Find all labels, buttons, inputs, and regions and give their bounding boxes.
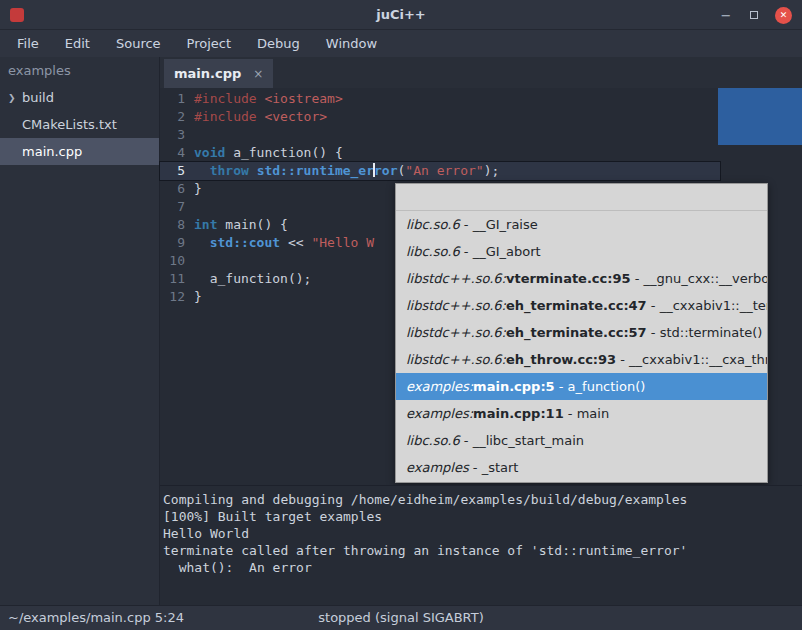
tree-item-label: main.cpp: [22, 144, 82, 159]
tree-item-main.cpp[interactable]: main.cpp: [0, 138, 159, 165]
output-line: Hello World: [163, 525, 802, 542]
stack-frame[interactable]: libc.so.6 - __GI_abort: [396, 238, 767, 265]
stack-frame-library: libstdc++.so.6:: [406, 271, 506, 286]
line-number: 9: [160, 234, 194, 252]
line-number: 7: [160, 198, 194, 216]
stack-frame[interactable]: libstdc++.so.6:vterminate.cc:95 - __gnu_…: [396, 265, 767, 292]
stack-frame[interactable]: examples - _start: [396, 454, 767, 481]
line-number: 6: [160, 180, 194, 198]
code-line-4[interactable]: 4void a_function() {: [160, 144, 802, 162]
menu-item-source[interactable]: Source: [103, 30, 174, 57]
stack-frame-symbol: - __GI_abort: [460, 244, 541, 259]
line-number: 5: [160, 162, 194, 180]
line-number: 11: [160, 270, 194, 288]
stack-frame-library: libc.so.6: [406, 433, 460, 448]
stack-frame-symbol: - main: [564, 406, 609, 421]
stack-frame[interactable]: libstdc++.so.6:eh_terminate.cc:47 - __cx…: [396, 292, 767, 319]
stack-frame[interactable]: libc.so.6 - __GI_raise: [396, 211, 767, 238]
stack-frame-symbol: - std::terminate(): [647, 325, 763, 340]
stack-frame-library: examples:: [406, 406, 473, 421]
menu-item-window[interactable]: Window: [313, 30, 390, 57]
stack-frame-library: libc.so.6: [406, 244, 460, 259]
stack-frame-location: main.cpp:5: [473, 379, 555, 394]
app-window: juCi++ − ✕ FileEditSourceProjectDebugWin…: [0, 0, 802, 630]
stack-frame-location: main.cpp:11: [473, 406, 564, 421]
line-number: 2: [160, 108, 194, 126]
stack-frame[interactable]: libstdc++.so.6:eh_terminate.cc:57 - std:…: [396, 319, 767, 346]
tab-main.cpp[interactable]: main.cpp×: [164, 59, 273, 88]
menu-item-edit[interactable]: Edit: [52, 30, 103, 57]
line-number: 1: [160, 90, 194, 108]
code-text: int main() {: [194, 216, 288, 234]
stack-frame-symbol: - __libc_start_main: [460, 433, 584, 448]
stack-frame[interactable]: libc.so.6 - __libc_start_main: [396, 427, 767, 454]
window-controls: − ✕: [719, 0, 792, 30]
output-panel: Compiling and debugging /home/eidheim/ex…: [160, 485, 802, 605]
output-line: what(): An error: [163, 559, 802, 576]
stack-frame[interactable]: libstdc++.so.6:eh_throw.cc:93 - __cxxabi…: [396, 346, 767, 373]
stack-frame-location: eh_terminate.cc:47: [506, 298, 647, 313]
code-line-3[interactable]: 3: [160, 126, 802, 144]
menu-bar: FileEditSourceProjectDebugWindow: [0, 30, 802, 57]
stack-frame-library: libstdc++.so.6:: [406, 325, 506, 340]
line-number: 4: [160, 144, 194, 162]
stack-frame-symbol: - __cxxabiv1::__cxa_thro: [616, 352, 767, 367]
stack-frame-symbol: - __cxxabiv1::__term: [647, 298, 767, 313]
tree-item-label: CMakeLists.txt: [22, 117, 117, 132]
stack-frame[interactable]: examples:main.cpp:11 - main: [396, 400, 767, 427]
stack-frame-symbol: - a_function(): [555, 379, 646, 394]
code-line-2[interactable]: 2#include <vector>: [160, 108, 802, 126]
tab-bar: main.cpp×: [160, 57, 802, 88]
stack-frame-symbol: - __gnu_cxx::__verbos: [631, 271, 767, 286]
code-text: a_function();: [194, 270, 311, 288]
window-title: juCi++: [0, 7, 802, 22]
stack-frame-location: vterminate.cc:95: [506, 271, 631, 286]
code-text: throw std::runtime_error("An error");: [194, 162, 499, 180]
stack-frame-location: eh_terminate.cc:57: [506, 325, 647, 340]
stack-frame-library: libstdc++.so.6:: [406, 352, 506, 367]
stack-trace-popup: libc.so.6 - __GI_raiselibc.so.6 - __GI_a…: [395, 183, 768, 483]
code-text: void a_function() {: [194, 144, 343, 162]
menu-item-debug[interactable]: Debug: [244, 30, 313, 57]
sidebar: examples ❯buildCMakeLists.txtmain.cpp: [0, 57, 160, 605]
tab-label: main.cpp: [174, 66, 241, 81]
status-file-position: ~/examples/main.cpp 5:24: [8, 606, 184, 630]
maximize-button[interactable]: [747, 8, 761, 23]
code-line-5[interactable]: 5 throw std::runtime_error("An error");: [160, 162, 720, 180]
code-text: }: [194, 180, 202, 198]
stack-frame-library: libc.so.6: [406, 217, 460, 232]
code-text: std::cout << "Hello W: [194, 234, 374, 252]
stack-frame-library: libstdc++.so.6:: [406, 298, 506, 313]
tree-item-label: build: [22, 90, 54, 105]
stack-trace-list: libc.so.6 - __GI_raiselibc.so.6 - __GI_a…: [396, 211, 767, 481]
stack-frame-location: eh_throw.cc:93: [506, 352, 616, 367]
menu-item-project[interactable]: Project: [174, 30, 244, 57]
tooltip-overlay: [718, 88, 802, 145]
output-line: Compiling and debugging /home/eidheim/ex…: [163, 491, 802, 508]
popup-empty-row: [396, 184, 767, 211]
line-number: 12: [160, 288, 194, 306]
tree-item-build[interactable]: ❯build: [0, 84, 159, 111]
line-number: 8: [160, 216, 194, 234]
close-button[interactable]: ✕: [775, 7, 792, 24]
stack-frame-library: examples:: [406, 379, 473, 394]
stack-frame-symbol: - __GI_raise: [460, 217, 538, 232]
status-bar: stopped (signal SIGABRT) ~/examples/main…: [0, 605, 802, 630]
code-line-1[interactable]: 1#include <iostream>: [160, 90, 802, 108]
tree-item-cmakelists.txt[interactable]: CMakeLists.txt: [0, 111, 159, 138]
maximize-icon: [750, 11, 758, 19]
stack-frame-symbol: - _start: [469, 460, 519, 475]
code-text: #include <iostream>: [194, 90, 343, 108]
tab-close-icon[interactable]: ×: [253, 67, 263, 81]
app-icon: [10, 8, 24, 22]
minimize-button[interactable]: −: [719, 8, 733, 23]
chevron-right-icon: ❯: [8, 93, 22, 103]
title-bar: juCi++ − ✕: [0, 0, 802, 30]
stack-frame[interactable]: examples:main.cpp:5 - a_function(): [396, 373, 767, 400]
output-line: terminate called after throwing an insta…: [163, 542, 802, 559]
line-number: 10: [160, 252, 194, 270]
stack-frame-library: examples: [406, 460, 469, 475]
output-line: [100%] Built target examples: [163, 508, 802, 525]
menu-item-file[interactable]: File: [4, 30, 52, 57]
code-text: }: [194, 288, 202, 306]
